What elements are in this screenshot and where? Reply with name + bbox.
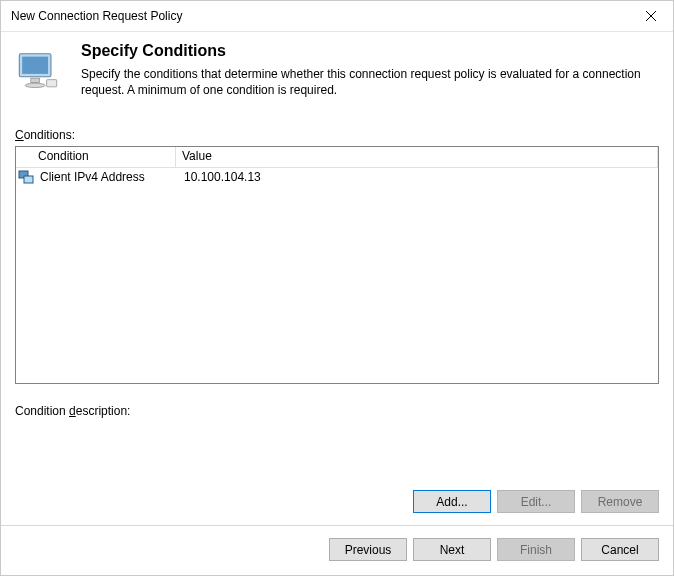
finish-button: Finish — [497, 538, 575, 561]
titlebar: New Connection Request Policy — [1, 1, 673, 32]
remove-button: Remove — [581, 490, 659, 513]
svg-rect-4 — [31, 78, 40, 82]
wizard-buttons-row: Previous Next Finish Cancel — [1, 526, 673, 575]
page-heading: Specify Conditions — [81, 42, 663, 60]
list-header: Condition Value — [16, 147, 658, 168]
condition-buttons-row: Add... Edit... Remove — [1, 454, 673, 513]
cancel-button[interactable]: Cancel — [581, 538, 659, 561]
table-row[interactable]: Client IPv4 Address 10.100.104.13 — [16, 168, 658, 186]
monitor-icon — [15, 42, 67, 100]
cell-value: 10.100.104.13 — [182, 170, 658, 184]
conditions-label: Conditions: — [15, 128, 659, 142]
page-subtext: Specify the conditions that determine wh… — [81, 66, 663, 98]
cell-condition: Client IPv4 Address — [38, 170, 182, 184]
add-button[interactable]: Add... — [413, 490, 491, 513]
wizard-header-text: Specify Conditions Specify the condition… — [81, 42, 663, 100]
wizard-header: Specify Conditions Specify the condition… — [1, 32, 673, 110]
close-icon — [646, 11, 656, 21]
close-button[interactable] — [628, 1, 673, 31]
client-ip-icon — [18, 169, 34, 185]
next-button[interactable]: Next — [413, 538, 491, 561]
conditions-list[interactable]: Condition Value Client IPv4 Address 10.1… — [15, 146, 659, 384]
previous-button[interactable]: Previous — [329, 538, 407, 561]
conditions-section: Conditions: Condition Value Client IPv4 … — [1, 110, 673, 454]
window-title: New Connection Request Policy — [11, 9, 628, 23]
svg-point-5 — [25, 83, 45, 87]
svg-rect-8 — [24, 176, 33, 183]
svg-rect-6 — [47, 80, 57, 87]
condition-description-label: Condition description: — [15, 404, 659, 418]
col-header-condition[interactable]: Condition — [16, 147, 176, 167]
svg-rect-3 — [22, 57, 48, 74]
edit-button: Edit... — [497, 490, 575, 513]
col-header-value[interactable]: Value — [176, 147, 658, 167]
dialog-window: New Connection Request Policy Specify Co… — [0, 0, 674, 576]
content-area: Specify Conditions Specify the condition… — [1, 32, 673, 575]
